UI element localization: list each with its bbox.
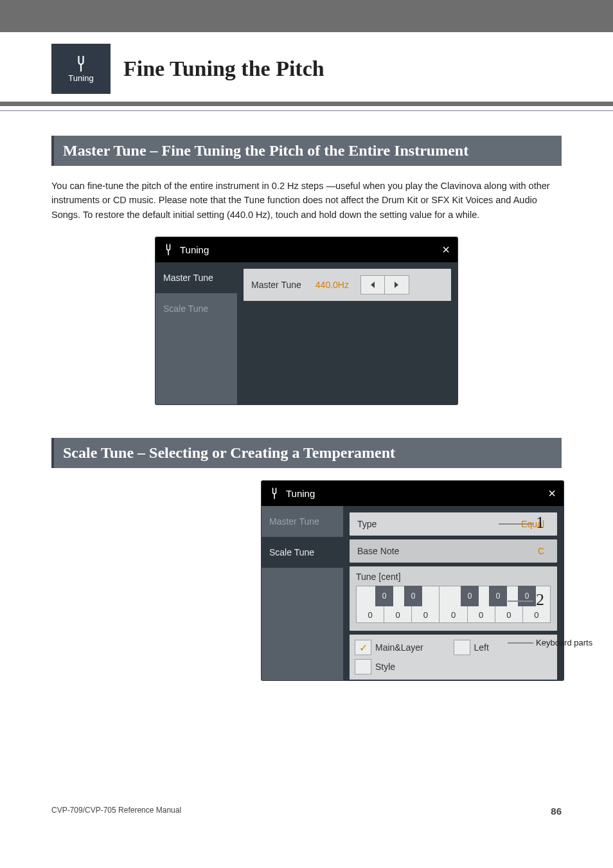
section-master-body: You can fine-tune the pitch of the entir… <box>51 179 562 222</box>
tuning-fork-icon <box>163 244 173 257</box>
callout-keyboard-parts: Keyboard parts <box>536 638 592 647</box>
type-label: Type <box>357 519 377 529</box>
page-footer: CVP-709/CVP-705 Reference Manual 86 <box>51 806 562 817</box>
tuning-badge-label: Tuning <box>68 73 93 83</box>
sidebar-item-master-tune[interactable]: Master Tune <box>155 262 237 293</box>
callout-line <box>508 601 533 602</box>
master-tune-decrement[interactable] <box>360 275 385 294</box>
master-tune-value[interactable]: 440.0Hz <box>315 280 349 290</box>
sidebar-item-scale-tune[interactable]: Scale Tune <box>262 537 343 568</box>
page-header: Tuning Fine Tuning the Pitch <box>51 44 562 94</box>
callout-2: 2 <box>536 590 544 610</box>
dialog-sidebar: Master Tune Scale Tune <box>155 262 237 404</box>
label-style: Style <box>375 662 454 672</box>
base-note-label: Base Note <box>357 546 399 556</box>
black-key[interactable]: 0 <box>461 586 479 606</box>
dialog-title: Tuning <box>180 244 209 255</box>
dialog-sidebar: Master Tune Scale Tune <box>262 506 343 680</box>
master-tune-label: Master Tune <box>251 280 301 290</box>
base-note-row[interactable]: Base Note C <box>350 539 557 563</box>
checkbox-left[interactable] <box>454 640 470 655</box>
close-icon[interactable]: × <box>442 242 450 257</box>
callout-line <box>508 642 533 644</box>
base-note-value: C <box>538 546 544 556</box>
dialog-header: Tuning × <box>262 481 564 506</box>
sidebar-item-scale-tune[interactable]: Scale Tune <box>155 293 237 324</box>
header-rule-dark <box>0 102 613 106</box>
master-tune-row: Master Tune 440.0Hz <box>244 269 451 301</box>
piano-keys: 0 0 0 0 0 0 0 0 0 0 0 <box>356 586 551 623</box>
keyboard-parts-block: ✓ Main&Layer Left Style <box>350 635 557 680</box>
triangle-left-icon <box>369 281 376 289</box>
black-key[interactable]: 0 <box>518 586 536 606</box>
tuning-badge: Tuning <box>51 44 111 94</box>
page-title: Fine Tuning the Pitch <box>123 57 324 81</box>
tuning-fork-icon <box>269 487 280 500</box>
callout-line <box>499 523 533 525</box>
black-key[interactable]: 0 <box>375 586 393 606</box>
checkbox-mainlayer[interactable]: ✓ <box>355 640 371 655</box>
screenshot-scale-tune: Tuning × Master Tune Scale Tune Type Equ… <box>262 481 564 680</box>
close-icon[interactable]: × <box>548 486 556 501</box>
dialog-header: Tuning × <box>155 237 458 262</box>
header-rule-light <box>0 110 613 111</box>
tuning-fork-icon <box>74 55 88 73</box>
checkbox-style[interactable] <box>355 659 371 674</box>
section-scale-title: Scale Tune – Selecting or Creating a Tem… <box>51 438 562 468</box>
sidebar-item-master-tune[interactable]: Master Tune <box>262 506 343 537</box>
black-key[interactable]: 0 <box>489 586 507 606</box>
footer-reference: CVP-709/CVP-705 Reference Manual <box>51 806 181 817</box>
tune-cent-label: Tune [cent] <box>356 572 551 582</box>
callout-1: 1 <box>536 513 544 532</box>
black-key[interactable]: 0 <box>404 586 422 606</box>
label-mainlayer: Main&Layer <box>375 642 454 653</box>
master-tune-increment[interactable] <box>385 275 409 294</box>
triangle-right-icon <box>393 281 400 289</box>
tune-cent-block: Tune [cent] 0 0 0 0 0 0 0 0 0 <box>350 566 557 631</box>
top-border <box>0 0 613 32</box>
section-master-title: Master Tune – Fine Tuning the Pitch of t… <box>51 136 562 166</box>
screenshot-master-tune: Tuning × Master Tune Scale Tune Master T… <box>155 237 458 404</box>
footer-page-number: 86 <box>551 806 562 817</box>
dialog-title: Tuning <box>286 488 315 499</box>
